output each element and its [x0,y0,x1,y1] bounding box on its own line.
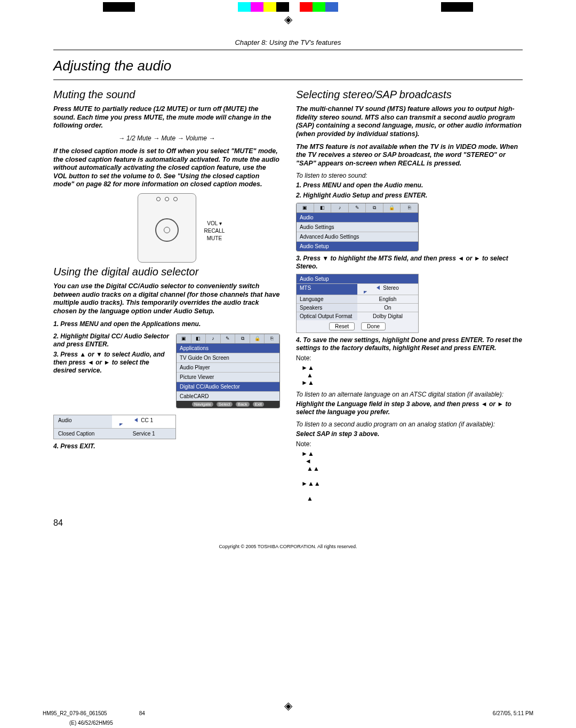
note-bullets: ►▲ ▲►▲ [301,364,523,386]
tab-icon: ⧉ [366,203,383,212]
note-label: Note: [296,354,523,362]
menu-item[interactable]: TV Guide On Screen [177,353,279,362]
copyright: Copyright © 2005 TOSHIBA CORPORATION. Al… [53,544,523,549]
audio-menu: ▣ ◧ ♪ ✎ ⧉ 🔒 ⎘ Audio Audio Settings Advan… [296,203,419,251]
menu-item[interactable]: Audio Player [177,362,279,372]
tab-icon: ◧ [191,334,206,343]
stereo-intro-2: The MTS feature is not available when th… [296,143,523,168]
reset-button[interactable]: Reset [329,322,355,330]
print-footer: HM95_R2_079-86_061505 84 6/27/05, 5:11 P… [0,710,576,716]
menu-tab-icons: ▣ ◧ ♪ ✎ ⧉ 🔒 ⎘ [177,334,279,344]
r-step-1: 1. Press MENU and open the Audio menu. [296,181,523,189]
muting-cc-note: If the closed caption mode is set to Off… [53,147,280,189]
remote-diagram [138,193,196,263]
tab-icon: ◧ [314,203,332,212]
step-4: 4. Press EXIT. [53,442,280,450]
registration-mark-icon: ◈ [284,13,292,26]
alt-lang-lead: To listen to an alternate language on an… [296,391,523,398]
tab-icon: ✎ [221,334,236,343]
tab-icon: ⎘ [265,334,279,343]
nav-hint: Back [236,402,250,407]
listen-stereo-lead: To listen to stereo sound: [296,172,523,179]
mts-value[interactable]: Stereo [357,284,418,295]
doc-id: HM95_R2_079-86_061505 [43,710,107,716]
audio-row-label: Audio [54,415,112,428]
tab-icon: ▣ [177,334,191,343]
tab-icon: ♪ [331,203,349,212]
r-step-4: 4. To save the new settings, highlight D… [296,336,523,352]
sap-lead: To listen to a second audio program on a… [296,421,523,428]
digital-audio-intro: You can use the Digital CC/Audio selecto… [53,282,280,316]
tab-icon: ✎ [349,203,366,212]
menu-item[interactable]: Picture Viewer [177,372,279,382]
nav-hint: Exit [253,402,264,407]
printer-color-bar [0,2,576,12]
muting-heading: Muting the sound [53,89,280,101]
stereo-intro-1: The multi-channel TV sound (MTS) feature… [296,105,523,139]
manual-page: Chapter 8: Using the TV's features Adjus… [53,38,523,549]
print-date: 6/27/05, 5:11 PM [493,710,533,716]
muting-intro: Press MUTE to partially reduce (1/2 MUTE… [53,105,280,130]
note-label-2: Note: [296,440,523,448]
optical-value[interactable]: Dolby Digital [357,312,418,320]
digital-audio-heading: Using the digital audio selector [53,266,280,278]
tab-icon: ⎘ [401,203,418,212]
alt-lang-step: Highlight the Language field in step 3 a… [296,400,523,416]
language-label: Language [297,295,357,303]
step-3: 3. Press ▲ or ▼ to select Audio, and the… [53,351,173,375]
tab-icon: 🔒 [250,334,265,343]
menu-item[interactable]: CableCARD [177,391,279,401]
nav-hint: Navigate [192,402,213,407]
mute-cycle-chain: → 1/2 Mute → Mute → Volume → [53,134,280,142]
r-step-2: 2. Highlight Audio Setup and press ENTER… [296,192,523,200]
audio-setup-table: Audio Setup MTS Stereo Language English … [296,274,419,333]
tab-icon: 🔒 [383,203,401,212]
cc-row-label: Closed Caption [54,429,112,439]
menu-footer: Navigate Select Back Exit [177,401,279,408]
tab-icon: ♪ [206,334,221,343]
nav-hint: Select [217,402,233,407]
audio-row-value[interactable]: CC 1 [112,415,175,428]
applications-menu: ▣ ◧ ♪ ✎ ⧉ 🔒 ⎘ Applications TV Guide On S… [176,334,280,408]
model-id: (E) 46/52/62HM95 [69,720,113,726]
optical-label: Optical Output Format [297,312,357,320]
sap-step: Select SAP in step 3 above. [296,430,523,438]
table-title: Audio Setup [297,274,418,283]
cc-row-value[interactable]: Service 1 [112,429,175,439]
audio-cc-selector: Audio CC 1 Closed Caption Service 1 [53,415,176,439]
divider [53,50,523,50]
tab-icon: ▣ [297,203,314,212]
mute-label: MUTE [204,235,225,242]
right-column: Selecting stereo/SAP broadcasts The mult… [296,85,523,504]
menu-title: Applications [177,344,279,353]
vol-label: VOL ▾ [204,220,225,227]
left-column: Muting the sound Press MUTE to partially… [53,85,280,504]
mts-label: MTS [297,284,357,295]
note-bullets-2: ►▲ ◄ ▲▲►▲▲ ▲ [301,450,523,502]
menu-item-selected[interactable]: Digital CC/Audio Selector [177,382,279,391]
speakers-value[interactable]: On [357,304,418,312]
chapter-heading: Chapter 8: Using the TV's features [53,38,523,46]
stereo-heading: Selecting stereo/SAP broadcasts [296,89,523,101]
step-2: 2. Highlight Digital CC/ Audio Selector … [53,333,173,349]
speakers-label: Speakers [297,304,357,312]
menu-item-selected[interactable]: Audio Setup [297,241,418,251]
recall-label: RECALL [204,227,225,235]
menu-item[interactable]: Audio Settings [297,222,418,232]
page-title: Adjusting the audio [53,58,523,74]
done-button[interactable]: Done [361,322,386,330]
step-1: 1. Press MENU and open the Applications … [53,320,280,328]
menu-tab-icons: ▣ ◧ ♪ ✎ ⧉ 🔒 ⎘ [297,203,418,213]
menu-item[interactable]: Advanced Audio Settings [297,232,418,241]
divider [53,80,523,80]
page-number: 84 [53,518,523,528]
language-value[interactable]: English [357,295,418,303]
tab-icon: ⧉ [235,334,250,343]
footer-page: 84 [139,710,145,716]
menu-title: Audio [297,213,418,222]
r-step-3: 3. Press ▼ to highlight the MTS field, a… [296,255,523,271]
remote-callouts: VOL ▾ RECALL MUTE [204,220,225,242]
